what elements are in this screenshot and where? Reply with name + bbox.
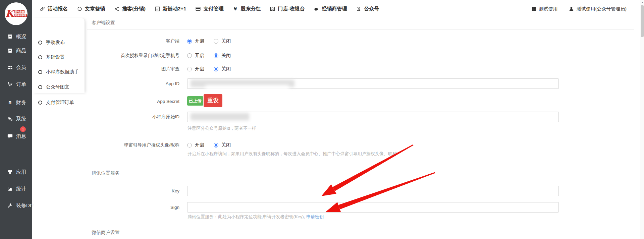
nav-right-item-2[interactable]: 测试使用(公众号管理员) [569, 6, 627, 12]
sidebar-item-10[interactable]: 装修DIY [0, 201, 32, 210]
radio-option-开启[interactable]: 开启 [187, 66, 204, 72]
svg-text:¥: ¥ [8, 100, 12, 105]
radio-checked-icon[interactable] [214, 67, 218, 71]
nav-item-6[interactable]: ¥股东分红 [232, 6, 261, 12]
radio-option-label: 开启 [195, 38, 204, 44]
section-title: 客户端设置 [92, 19, 115, 26]
radio-unchecked-icon[interactable] [187, 67, 192, 71]
sidebar-item-label: 应用 [16, 169, 26, 175]
submenu-item-3[interactable]: 小程序数据助手 [32, 68, 85, 76]
submenu-item-5[interactable]: 支付管理订单 [32, 99, 85, 107]
circle-o-icon [38, 70, 42, 74]
comment-icon [7, 133, 13, 139]
sidebar-item-label: 商品 [16, 48, 26, 54]
sidebar-item-2[interactable]: 商品 [0, 46, 32, 55]
sidebar-item-label: 概况 [16, 34, 26, 40]
sidebar-item-6[interactable]: 系统 [0, 114, 32, 123]
sidebar-item-7[interactable]: 消息 [0, 132, 32, 140]
radio-checked-icon[interactable] [214, 53, 218, 58]
radio-option-关闭[interactable]: 关闭 [214, 53, 231, 59]
radio-option-label: 关闭 [221, 38, 231, 44]
scrollbar-up-arrow[interactable]: ▲ [640, 0, 644, 4]
submenu-panel: 手动发布基础设置小程序数据助手公众号图文支付管理订单 [32, 18, 85, 93]
share-icon [114, 6, 120, 12]
logo-line2: 阅读研学馆 [14, 14, 27, 17]
nav-item-label: 支付管理 [203, 6, 223, 12]
card-icon [195, 6, 201, 12]
form-row: Key [85, 186, 636, 196]
nav-item-8[interactable]: 经销商管理 [314, 6, 347, 12]
radio-checked-icon[interactable] [187, 39, 192, 44]
uploaded-button[interactable]: 已上传 [187, 96, 203, 106]
radio-group: 开启关闭 [187, 38, 240, 45]
nav-item-label: 新链动2+1 [163, 6, 186, 12]
radio-group: 开启关闭 [187, 52, 240, 59]
submenu-item-label: 手动发布 [46, 40, 65, 46]
radio-unchecked-icon[interactable] [187, 53, 192, 58]
nav-item-4[interactable]: 新链动2+1 [155, 6, 186, 12]
radio-option-label: 关闭 [221, 66, 231, 72]
store-icon [270, 6, 275, 12]
hint-text: 注意区分公众号原始id，两者不一样 [187, 126, 256, 131]
nav-right-item-1[interactable]: 测试使用 [531, 6, 558, 12]
sidebar-item-8[interactable]: 应用 [0, 168, 32, 176]
nav-item-2[interactable]: 文章营销 [77, 6, 105, 12]
nav-item-label: 推客(分销) [122, 6, 146, 12]
topnav-menu: 活动报名文章营销推客(分销)新链动2+1支付管理¥股东分红门店-收银台经销商管理… [40, 0, 379, 18]
sidebar-item-5[interactable]: ¥财务 [0, 98, 32, 107]
radio-option-label: 关闭 [221, 142, 231, 148]
text-input-key[interactable] [187, 186, 559, 196]
chart-icon [7, 186, 13, 192]
submenu-item-1[interactable]: 手动发布 [32, 39, 85, 47]
nav-item-label: 文章营销 [85, 6, 105, 12]
radio-group: 开启关闭 [187, 65, 240, 73]
sidebar-item-3[interactable]: 会员 [0, 63, 32, 72]
nav-item-9[interactable]: 公众号 [356, 6, 379, 12]
apply-key-link[interactable]: 申请密钥 [306, 214, 324, 219]
radio-unchecked-icon[interactable] [214, 39, 218, 44]
text-input-小程序原始id[interactable] [187, 112, 559, 122]
radio-option-开启[interactable]: 开启 [187, 142, 204, 148]
sidebar-item-9[interactable]: 统计 [0, 184, 32, 193]
nav-item-5[interactable]: 支付管理 [195, 6, 223, 12]
form-row: 客户端开启关闭 [85, 38, 636, 45]
submenu-item-label: 支付管理订单 [46, 100, 74, 106]
nav-item-3[interactable]: 推客(分销) [114, 6, 146, 12]
form-row-label: 客户端 [85, 38, 179, 45]
form-row: App ID [85, 78, 636, 89]
reset-button[interactable]: 重设 [204, 94, 222, 107]
handshake-icon [314, 6, 319, 12]
radio-option-label: 开启 [195, 142, 204, 148]
brand-logo[interactable]: K 新华康健 阅读研学馆 [5, 2, 28, 25]
section-divider [87, 180, 634, 180]
nav-item-1[interactable]: 活动报名 [40, 6, 68, 12]
nav-item-7[interactable]: 门店-收银台 [270, 6, 305, 12]
sidebar-item-label: 装修DIY [16, 202, 35, 209]
radio-option-开启[interactable]: 开启 [187, 38, 204, 44]
scrollbar-thumb[interactable] [641, 5, 644, 37]
topnav-right: 测试使用测试使用(公众号管理员) [531, 0, 627, 18]
radio-option-开启[interactable]: 开启 [187, 53, 204, 59]
form-row: 首次授权登录自动绑定手机号开启关闭 [85, 52, 636, 59]
radio-checked-icon[interactable] [214, 143, 218, 147]
radio-group: 开启关闭 [187, 141, 240, 149]
form-row-label: 图片审查 [85, 65, 179, 73]
text-input-sign[interactable] [187, 202, 559, 213]
scrollbar[interactable]: ▲ [640, 0, 644, 239]
radio-option-关闭[interactable]: 关闭 [214, 66, 231, 72]
nav-item-label: 股东分红 [240, 6, 261, 12]
sidebar-item-1[interactable]: 概况 [0, 32, 32, 41]
sidebar-item-label: 统计 [16, 186, 26, 192]
topnav: 活动报名文章营销推客(分销)新链动2+1支付管理¥股东分红门店-收银台经销商管理… [32, 0, 640, 18]
radio-option-关闭[interactable]: 关闭 [214, 142, 231, 148]
radio-unchecked-icon[interactable] [187, 143, 192, 147]
submenu-item-2[interactable]: 基础设置 [32, 53, 85, 61]
radio-option-关闭[interactable]: 关闭 [214, 38, 231, 44]
submenu-item-4[interactable]: 公众号图文 [32, 83, 85, 91]
sidebar-item-4[interactable]: 订单 [0, 80, 32, 88]
text-input-app-id[interactable] [187, 78, 559, 89]
wrench-icon [7, 202, 13, 208]
section-title: 腾讯位置服务 [92, 170, 120, 176]
yen-icon: ¥ [232, 6, 238, 12]
logo-letter: K [5, 9, 13, 18]
